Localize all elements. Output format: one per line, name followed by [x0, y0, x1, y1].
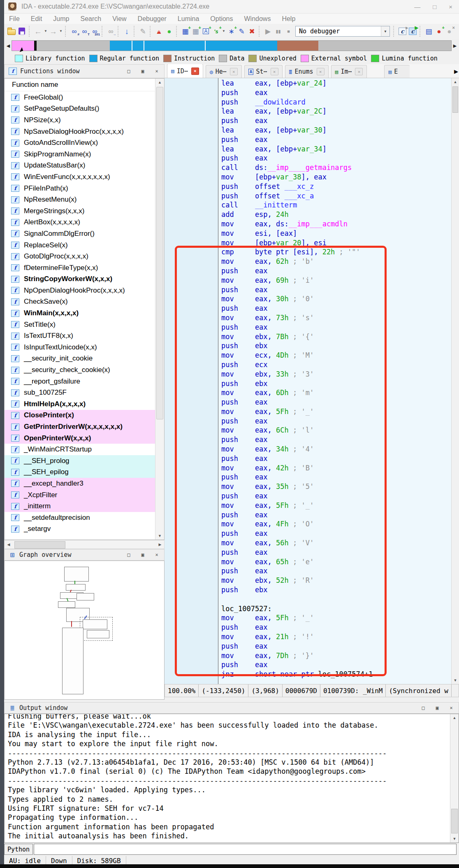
nav-band-segment[interactable]	[277, 41, 318, 51]
tab-scroll-arrow-icon[interactable]: ▶	[454, 68, 458, 74]
code-line[interactable]: push eax	[165, 473, 452, 482]
tab-close-icon[interactable]: ×	[317, 68, 325, 75]
code-line[interactable]: push ebx	[165, 379, 452, 389]
navband-left-arrow-icon[interactable]: ◀	[5, 43, 12, 49]
search-next-icon[interactable]: ∞→	[106, 26, 116, 37]
code-line[interactable]: push eax	[165, 511, 452, 520]
nav-band-segment[interactable]	[132, 41, 144, 51]
start-process-icon[interactable]: c▶	[408, 26, 418, 37]
function-row[interactable]: f__SEH_epilog	[5, 467, 155, 478]
menu-jump[interactable]: Jump	[53, 15, 69, 23]
code-line[interactable]: push eax	[165, 454, 452, 464]
code-line[interactable]: mov eax, 73h ; 's'	[165, 314, 452, 323]
forward-icon[interactable]: →	[48, 26, 58, 37]
scroll-left-icon[interactable]: ◀	[5, 540, 13, 549]
code-line[interactable]: mov eax, 30h ; '0'	[165, 295, 452, 304]
code-line[interactable]: push eax	[165, 623, 452, 633]
function-row[interactable]: fStringCopyWorkerW(x,x,x)	[5, 274, 155, 285]
output-vertical-scrollbar[interactable]: ▲ ▼	[450, 714, 459, 842]
open-file-icon[interactable]	[7, 26, 17, 37]
function-row[interactable]: fGetPrinterDriverW(x,x,x,x,x,x)	[5, 421, 155, 433]
function-row[interactable]: fWinMain(x,x,x,x)	[5, 307, 155, 319]
function-row[interactable]: f__report_gsfailure	[5, 376, 155, 387]
function-row[interactable]: f__security_init_cookie	[5, 353, 155, 365]
function-row[interactable]: fAlertBox(x,x,x,x,x)	[5, 217, 155, 228]
code-line[interactable]: push eax	[165, 88, 452, 98]
code-line[interactable]: lea eax, [ebp+var_2C]	[165, 107, 452, 116]
tab-ida-view[interactable]: ▤ID⋯×	[167, 64, 203, 78]
nav-band-segment[interactable]	[144, 41, 205, 51]
code-line[interactable]: mov eax, 42h ; 'B'	[165, 464, 452, 473]
code-line[interactable]: push eax	[165, 135, 452, 145]
code-line[interactable]: push eax	[165, 116, 452, 126]
python-cli-selector-button[interactable]: Python	[4, 844, 33, 855]
code-line[interactable]	[165, 595, 452, 605]
function-row[interactable]: fReplaceSel(x)	[5, 240, 155, 251]
minimize-button[interactable]: —	[414, 3, 420, 10]
function-row[interactable]: fIsTextUTF8(x,x)	[5, 330, 155, 342]
tab-imports[interactable]: ▤Im⋯×	[331, 65, 367, 78]
code-line[interactable]: mov eax, ds:__imp___acmdln	[165, 220, 452, 229]
code-line[interactable]: push eax	[165, 154, 452, 163]
code-line[interactable]: cmp byte ptr [esi], 22h ; '"'	[165, 248, 452, 257]
disassembly-view[interactable]: lea eax, [ebp+var_24]push eaxpush __dowi…	[165, 78, 459, 684]
function-row[interactable]: f__setdefaultprecision	[5, 512, 155, 524]
code-line[interactable]: call __initterm	[165, 201, 452, 210]
code-line[interactable]: push eax	[165, 548, 452, 558]
tab-hex-view[interactable]: ◎He⋯×	[206, 65, 242, 78]
menu-view[interactable]: View	[112, 15, 126, 23]
nav-band-segment[interactable]	[318, 41, 451, 51]
function-row[interactable]: fSetTitle(x)	[5, 319, 155, 330]
delete-breakpoint-icon[interactable]: ●×	[444, 26, 454, 37]
function-row[interactable]: f__except_handler3	[5, 478, 155, 489]
menu-options[interactable]: Options	[210, 15, 233, 23]
tab-enums[interactable]: ≣Enums×	[285, 65, 329, 78]
code-line[interactable]: push eax	[165, 304, 452, 314]
menu-lumina[interactable]: Lumina	[178, 15, 199, 23]
function-row[interactable]: fIsInputTextUnicode(x,x)	[5, 342, 155, 353]
tab-exports[interactable]: ▤E	[384, 65, 410, 78]
function-row[interactable]: f_XcptFilter	[5, 489, 155, 501]
code-line[interactable]: push ebx	[165, 586, 452, 595]
nav-band-segment[interactable]	[110, 41, 132, 51]
save-icon[interactable]	[17, 26, 27, 37]
code-line[interactable]: push eax	[165, 661, 452, 670]
debugger-pause-icon[interactable]: ▮▮	[273, 26, 283, 37]
code-line[interactable]: mov [ebp+var_38], eax	[165, 173, 452, 182]
debugger-start-icon[interactable]: ▶	[263, 26, 273, 37]
scroll-down-icon[interactable]: ▼	[450, 835, 459, 842]
analysis-warning-icon[interactable]: ▲!	[154, 26, 164, 37]
functions-horizontal-scrollbar[interactable]: ◀ ▶	[4, 540, 165, 549]
panel-maximize-button[interactable]: □	[125, 68, 132, 74]
code-line[interactable]: mov eax, 69h ; 'i'	[165, 276, 452, 286]
panel-close-button[interactable]: ×	[153, 68, 160, 74]
panel-close-button[interactable]: ×	[153, 552, 160, 558]
code-line[interactable]: mov esi, [eax]	[165, 229, 452, 239]
scrollbar-thumb[interactable]	[14, 541, 65, 549]
code-line[interactable]: call ds:__imp____getmainargs	[165, 163, 452, 173]
code-line[interactable]: push eax	[165, 642, 452, 652]
maximize-button[interactable]: □	[433, 3, 436, 10]
function-row[interactable]: fsub_100725F	[5, 387, 155, 398]
graph-overview-titlebar[interactable]: ⊞ Graph overview □ ▣ ×	[4, 549, 165, 561]
function-row[interactable]: fNPSize(x,x)	[5, 114, 155, 126]
forward-dropdown-icon[interactable]: ▼	[58, 26, 63, 37]
add-breakpoint-icon[interactable]: ●+	[434, 26, 444, 37]
attach-process-icon[interactable]: c▸	[397, 26, 408, 37]
function-row[interactable]: f__SEH_prolog	[5, 455, 155, 467]
function-row[interactable]: fPFileInPath(x)	[5, 183, 155, 194]
function-row[interactable]: fNpSaveDialogHookProc(x,x,x,x)	[5, 126, 155, 137]
code-line[interactable]: push __dowildcard	[165, 98, 452, 107]
scroll-right-icon[interactable]: ▶	[156, 540, 164, 549]
function-row[interactable]: fGotoDlgProc(x,x,x,x)	[5, 251, 155, 262]
function-row[interactable]: fWinEventFunc(x,x,x,x,x,x,x)	[5, 171, 155, 183]
function-row[interactable]: fGotoAndScrollInView(x)	[5, 137, 155, 149]
function-row[interactable]: fCheckSave(x)	[5, 296, 155, 308]
code-line[interactable]: loc_1007527:	[165, 605, 452, 614]
code-line[interactable]: mov eax, 62h ; 'b'	[165, 257, 452, 267]
close-button[interactable]: ×	[449, 3, 452, 10]
code-line[interactable]: mov [ebp+var_20], esi	[165, 239, 452, 248]
code-line[interactable]: mov eax, 21h ; '!'	[165, 633, 452, 642]
function-row[interactable]: fMergeStrings(x,x,x)	[5, 205, 155, 217]
code-line[interactable]: push offset ___xc_z	[165, 182, 452, 192]
